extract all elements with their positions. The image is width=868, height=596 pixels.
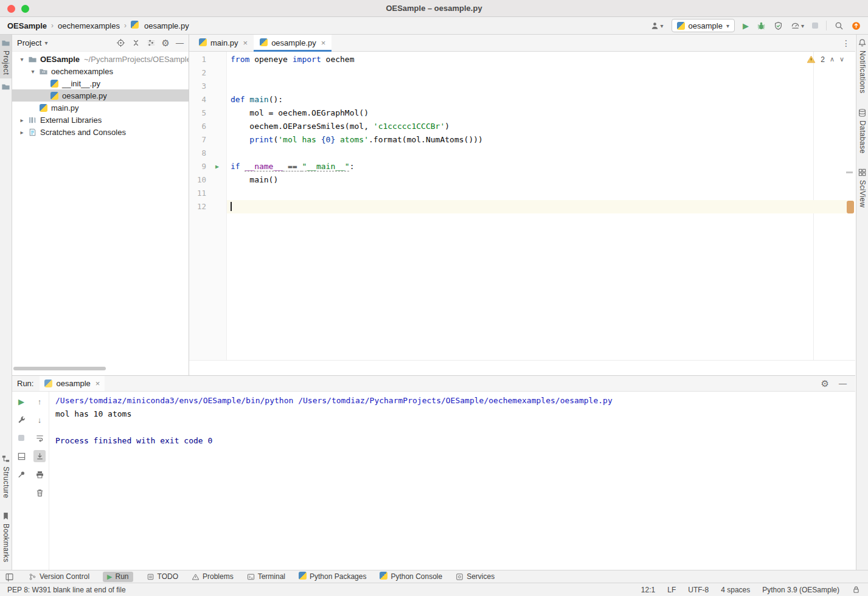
close-icon[interactable]: ×: [243, 38, 248, 47]
tree-item-label: OESample: [40, 55, 80, 64]
next-warning-icon[interactable]: ∨: [839, 55, 844, 63]
tree-item[interactable]: __init__.py: [12, 77, 189, 89]
code-line[interactable]: 3: [189, 80, 847, 93]
restore-layout-icon[interactable]: [15, 450, 27, 462]
more-icon[interactable]: ⋮: [842, 38, 850, 48]
tree-item[interactable]: main.py: [12, 102, 189, 114]
clear-all-icon[interactable]: [33, 487, 46, 499]
tool-stripe-button-structure[interactable]: Structure: [0, 451, 12, 502]
breadcrumb-item[interactable]: oesample.py: [144, 21, 189, 30]
tool-window-button-label: Services: [467, 572, 495, 581]
code-text: mol = oechem.OEGraphMol(): [227, 106, 847, 120]
debug-button[interactable]: [757, 21, 766, 30]
tree-item[interactable]: ▸Scratches and Consoles: [12, 126, 189, 138]
tool-stripe-button-bookmarks[interactable]: Bookmarks: [0, 508, 12, 566]
console-settings-icon[interactable]: ⚙: [821, 379, 829, 388]
profiler-button[interactable]: ▾: [791, 21, 804, 30]
code-line[interactable]: 8: [189, 147, 847, 160]
tree-item[interactable]: ▾OESample~/PycharmProjects/OESample: [12, 53, 189, 65]
search-everywhere-button[interactable]: [835, 21, 844, 30]
readonly-lock-icon[interactable]: [852, 585, 861, 594]
tree-item[interactable]: ▸External Libraries: [12, 114, 189, 126]
editor-tab-bar: main.py×oesample.py× ⋮: [189, 35, 855, 52]
caret-position[interactable]: 12:1: [641, 586, 655, 594]
breadcrumb-item[interactable]: OESample: [7, 21, 47, 30]
tool-window-button-version-control[interactable]: Version Control: [29, 572, 89, 582]
run-console-body: ▶ ↑↓ /Users/tomdiaz/miniconda3/envs/OESa…: [12, 392, 855, 570]
code-line[interactable]: 9▶if __name__ == "__main__":: [189, 160, 847, 173]
tool-window-button-services[interactable]: Services: [456, 572, 495, 582]
collapse-all-icon[interactable]: [131, 38, 141, 47]
breadcrumb-item[interactable]: oechemexamples: [58, 21, 120, 30]
tool-window-button-problems[interactable]: Problems: [192, 572, 234, 582]
file-encoding[interactable]: UTF-8: [688, 586, 709, 594]
tool-window-button-python-packages[interactable]: Python Packages: [299, 572, 366, 582]
error-stripe-mark[interactable]: [846, 172, 853, 173]
pin-icon[interactable]: [15, 468, 27, 480]
scroll-to-end-icon[interactable]: [33, 450, 46, 462]
tool-stripe-button-notifications[interactable]: Notifications: [856, 35, 868, 97]
tree-chevron-icon[interactable]: ▸: [17, 129, 27, 136]
code-line[interactable]: 4def main():: [189, 93, 847, 106]
run-line-icon[interactable]: ▶: [207, 160, 227, 173]
code-line[interactable]: 10 main(): [189, 173, 847, 187]
editor-tab[interactable]: oesample.py×: [254, 35, 332, 51]
code-line[interactable]: 5 mol = oechem.OEGraphMol(): [189, 106, 847, 120]
indent-style[interactable]: 4 spaces: [721, 586, 750, 594]
line-separator[interactable]: LF: [667, 586, 676, 594]
codewithme-users-button[interactable]: ▾: [650, 21, 664, 30]
hide-panel-icon[interactable]: —: [839, 379, 847, 387]
close-icon[interactable]: ×: [95, 379, 100, 388]
up-icon[interactable]: ↑: [33, 395, 46, 407]
tree-chevron-icon[interactable]: ▾: [28, 68, 38, 75]
tool-stripe-button-sciview[interactable]: SciView: [856, 164, 868, 211]
console-output[interactable]: /Users/tomdiaz/miniconda3/envs/OESample/…: [49, 392, 855, 570]
project-stripe-button[interactable]: Project: [0, 35, 12, 78]
editor-tab[interactable]: main.py×: [193, 35, 254, 51]
tool-window-button-todo[interactable]: TODO: [147, 572, 178, 582]
tool-window-button-terminal[interactable]: Terminal: [247, 572, 285, 582]
code-line[interactable]: 6 oechem.OEParseSmiles(mol, 'c1ccccc1CCC…: [189, 120, 847, 133]
hide-panel-icon[interactable]: —: [176, 39, 184, 47]
tool-window-button-python-console[interactable]: Python Console: [380, 572, 442, 582]
horizontal-scrollbar[interactable]: [13, 367, 106, 370]
interpreter[interactable]: Python 3.9 (OESample): [762, 586, 839, 594]
gear-icon[interactable]: ⚙: [162, 38, 170, 47]
tool-window-button-run[interactable]: ▶Run: [103, 572, 133, 582]
code-line[interactable]: 1from openeye import oechem: [189, 53, 847, 66]
code-text: def main():: [227, 93, 847, 106]
run-config-select[interactable]: oesample ▾: [672, 19, 735, 32]
code-line[interactable]: 7 print('mol has {0} atoms'.format(mol.N…: [189, 133, 847, 147]
editor[interactable]: 1from openeye import oechem234def main()…: [189, 52, 855, 375]
secondary-tool-button[interactable]: [0, 78, 12, 95]
tree-chevron-icon[interactable]: ▾: [17, 56, 27, 63]
tool-stripe-button-database[interactable]: Database: [856, 105, 868, 158]
tree-item[interactable]: ▾oechemexamples: [12, 65, 189, 77]
close-icon[interactable]: ×: [321, 38, 326, 47]
run-tab[interactable]: oesample ×: [40, 376, 105, 391]
run-button[interactable]: ▶: [743, 21, 749, 30]
project-title[interactable]: Project: [17, 38, 41, 47]
print-icon[interactable]: [33, 468, 46, 480]
rerun-button[interactable]: ▶: [15, 395, 27, 407]
code-line[interactable]: 12: [189, 200, 847, 213]
view-options-icon[interactable]: [147, 38, 156, 47]
close-window-button[interactable]: [7, 5, 15, 13]
down-icon[interactable]: ↓: [33, 414, 46, 426]
tree-chevron-icon[interactable]: ▸: [17, 117, 27, 123]
prev-warning-icon[interactable]: ∧: [830, 55, 835, 63]
coverage-button[interactable]: [774, 21, 783, 30]
soft-wrap-icon[interactable]: [33, 432, 46, 444]
locate-file-icon[interactable]: [116, 38, 125, 47]
zoom-window-button[interactable]: [21, 5, 29, 13]
stop-button[interactable]: [812, 23, 818, 29]
run-settings-icon[interactable]: [15, 414, 27, 426]
error-stripe-mark[interactable]: [847, 201, 854, 213]
code-line[interactable]: 2: [189, 66, 847, 80]
tree-item[interactable]: oesample.py: [12, 89, 189, 102]
tool-window-switcher-icon[interactable]: [5, 572, 14, 581]
stop-button[interactable]: [15, 432, 27, 444]
chevron-down-icon[interactable]: ▾: [44, 40, 47, 46]
code-line[interactable]: 11: [189, 187, 847, 200]
update-button[interactable]: [852, 21, 861, 30]
